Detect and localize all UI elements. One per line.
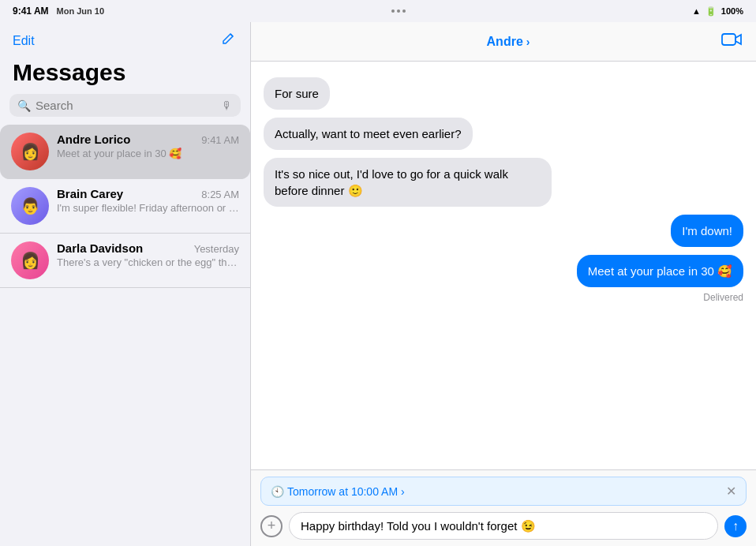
chat-panel: Andre › For sure Actually, want to meet …	[251, 22, 756, 546]
chat-input-area: 🕙 Tomorrow at 10:00 AM › ✕ + ↑	[251, 469, 756, 546]
conv-time-0: 9:41 AM	[201, 134, 239, 146]
message-2: It's so nice out, I'd love to go for a q…	[264, 158, 552, 207]
conv-name-1: Brain Carey	[57, 187, 123, 200]
input-row: + ↑	[251, 506, 756, 546]
edit-button[interactable]: Edit	[13, 34, 35, 48]
scheduled-close-button[interactable]: ✕	[726, 484, 736, 499]
conv-time-1: 8:25 AM	[201, 189, 239, 200]
status-icons: ▲ 🔋 100%	[692, 6, 743, 17]
chat-recipient[interactable]: Andre ›	[487, 35, 530, 49]
avatar-2: 👩	[11, 241, 49, 279]
battery-level: 100%	[721, 6, 743, 16]
avatar-1: 👨	[11, 187, 49, 225]
conversation-list: 👩 Andre Lorico 9:41 AM Meet at your plac…	[0, 125, 250, 546]
compose-button[interactable]	[220, 30, 238, 51]
status-date: Mon Jun 10	[57, 6, 105, 16]
svg-rect-0	[722, 34, 735, 45]
app-container: Edit Messages 🔍 🎙 👩 Andre Lorico	[0, 22, 756, 546]
sidebar-header: Edit	[0, 22, 250, 56]
search-input[interactable]	[36, 99, 217, 112]
chat-header: Andre ›	[251, 22, 756, 62]
wifi-icon: ▲	[692, 6, 701, 16]
conversation-item-2[interactable]: 👩 Darla Davidson Yesterday There's a ver…	[0, 234, 250, 288]
message-4: Meet at your place in 30 🥰	[577, 255, 743, 287]
conv-content-2: Darla Davidson Yesterday There's a very …	[57, 241, 239, 268]
search-bar[interactable]: 🔍 🎙	[9, 94, 241, 117]
add-attachment-button[interactable]: +	[260, 515, 283, 537]
chevron-scheduled-icon: ›	[401, 485, 405, 498]
status-bar: 9:41 AM Mon Jun 10 ▲ 🔋 100%	[0, 0, 756, 22]
message-1: Actually, want to meet even earlier?	[264, 118, 473, 150]
scheduled-text: 🕙 Tomorrow at 10:00 AM ›	[271, 485, 405, 498]
search-icon: 🔍	[17, 99, 31, 112]
avatar-0: 👩	[11, 133, 49, 170]
conv-name-0: Andre Lorico	[57, 133, 130, 146]
conv-name-2: Darla Davidson	[57, 241, 143, 255]
send-button[interactable]: ↑	[724, 515, 747, 537]
status-time: 9:41 AM	[13, 6, 49, 17]
conv-content-0: Andre Lorico 9:41 AM Meet at your place …	[57, 133, 239, 159]
chevron-right-icon: ›	[526, 36, 530, 48]
messages-title: Messages	[0, 56, 250, 94]
conv-time-2: Yesterday	[194, 243, 239, 255]
conv-content-1: Brain Carey 8:25 AM I'm super flexible! …	[57, 187, 239, 214]
conversation-item-0[interactable]: 👩 Andre Lorico 9:41 AM Meet at your plac…	[0, 125, 250, 179]
delivered-status: Delivered	[264, 292, 743, 303]
conversation-item-1[interactable]: 👨 Brain Carey 8:25 AM I'm super flexible…	[0, 179, 250, 234]
scheduled-label: Tomorrow at 10:00 AM	[287, 485, 398, 498]
clock-icon: 🕙	[271, 485, 284, 498]
drag-indicator	[391, 9, 406, 13]
mic-search-icon: 🎙	[222, 99, 233, 112]
scheduled-banner: 🕙 Tomorrow at 10:00 AM › ✕	[260, 477, 747, 506]
conv-preview-1: I'm super flexible! Friday afternoon or …	[57, 202, 239, 214]
message-0: For sure	[264, 77, 330, 110]
sidebar: Edit Messages 🔍 🎙 👩 Andre Lorico	[0, 22, 251, 546]
video-call-button[interactable]	[721, 32, 743, 51]
battery-icon: 🔋	[705, 6, 717, 17]
conv-preview-0: Meet at your place in 30 🥰	[57, 148, 239, 159]
message-input[interactable]	[289, 512, 718, 540]
message-3: I'm down!	[671, 215, 743, 247]
chat-messages: For sure Actually, want to meet even ear…	[251, 62, 756, 469]
recipient-name: Andre	[487, 35, 523, 49]
conv-preview-2: There's a very "chicken or the egg" thin…	[57, 256, 239, 268]
